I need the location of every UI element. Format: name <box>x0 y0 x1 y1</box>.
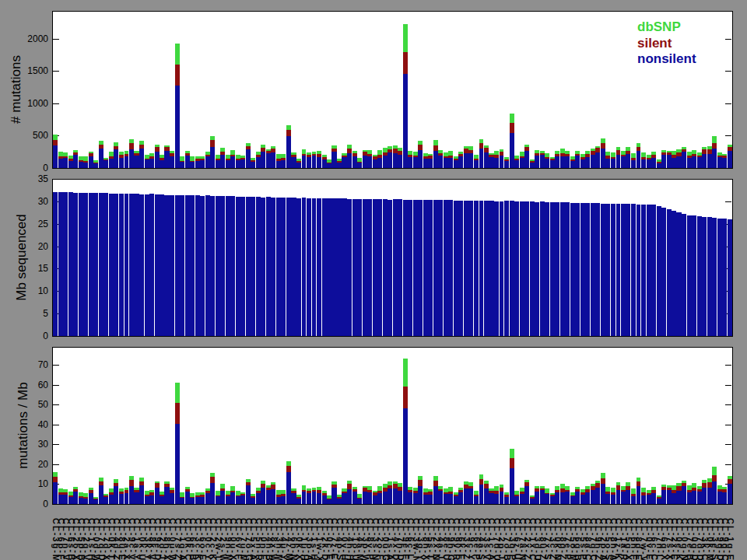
svg-text:25: 25 <box>38 219 49 229</box>
svg-text:50: 50 <box>38 399 49 410</box>
svg-text:60: 60 <box>38 380 49 390</box>
svg-text:35: 35 <box>38 173 49 184</box>
svg-text:nonsilent: nonsilent <box>637 51 696 66</box>
svg-text:silent: silent <box>637 36 672 51</box>
svg-text:0: 0 <box>43 499 48 509</box>
svg-text:10: 10 <box>38 478 49 489</box>
svg-text:30: 30 <box>38 196 49 207</box>
svg-text:5: 5 <box>43 308 48 319</box>
svg-text:20: 20 <box>38 241 49 252</box>
svg-text:30: 30 <box>38 439 49 450</box>
svg-text:2000: 2000 <box>27 33 48 44</box>
svg-text:mutations / Mb: mutations / Mb <box>16 382 30 469</box>
svg-text:0: 0 <box>43 331 48 341</box>
svg-text:500: 500 <box>33 130 48 141</box>
svg-text:Mb sequenced: Mb sequenced <box>14 214 29 301</box>
svg-text:CL-1g-E7kV: CL-1g-E7kV <box>726 518 735 560</box>
svg-text:1500: 1500 <box>27 65 48 76</box>
svg-text:70: 70 <box>38 359 49 370</box>
svg-text:10: 10 <box>38 285 49 296</box>
svg-text:1000: 1000 <box>27 98 48 109</box>
svg-text:20: 20 <box>38 459 49 470</box>
svg-text:# mutations: # mutations <box>9 55 23 124</box>
svg-text:40: 40 <box>38 419 49 430</box>
svg-text:dbSNP: dbSNP <box>637 19 681 34</box>
svg-text:0: 0 <box>43 163 48 173</box>
svg-text:15: 15 <box>38 263 49 274</box>
